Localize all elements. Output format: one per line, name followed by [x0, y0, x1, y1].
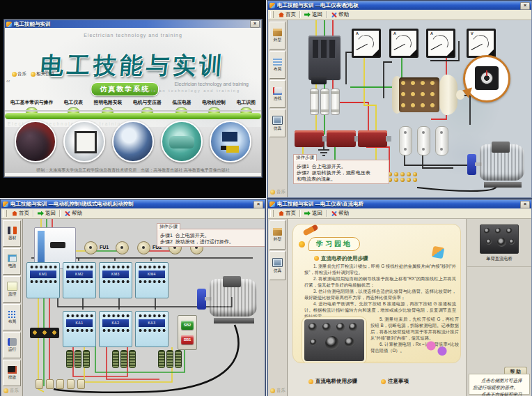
separator — [326, 11, 327, 18]
close-button[interactable]: × — [250, 20, 260, 28]
stop-button[interactable]: SB1 — [181, 335, 194, 344]
toolbar-grip[interactable] — [3, 210, 7, 217]
window-title: 电工技能与实训 —电工仪表\配电板 — [277, 2, 359, 9]
sidebar-appearance[interactable]: 外型 — [269, 22, 285, 50]
help-button[interactable]: 帮助 — [329, 10, 351, 19]
changeover-switch[interactable] — [392, 75, 459, 115]
product-image-motor — [161, 121, 203, 162]
step-2: 步骤2 按动按钮，进行运行操作。 — [160, 238, 265, 245]
fuse-holder — [435, 126, 448, 155]
pencil-icon — [302, 224, 318, 236]
fuse — [84, 241, 97, 254]
relay-ka2: KA2 — [99, 311, 132, 347]
sidebar: 外型 仿真 — [268, 219, 288, 396]
ammeter-3: A — [426, 29, 455, 58]
motor — [467, 144, 529, 188]
home-button[interactable]: 首页 — [276, 10, 298, 19]
fuse-holder — [417, 126, 430, 155]
learning-card: 学习园地 直流电桥的使用步骤 1. 测量前先打开检流计锁扣，即将 G 接线柱处的… — [292, 224, 461, 363]
steps-tab: 操作步骤 — [157, 223, 180, 230]
fault-icon — [8, 366, 17, 374]
steps-topic-button[interactable]: 直流电桥使用步骤 — [308, 378, 357, 385]
english-header: Electrician technology and training — [5, 33, 261, 38]
home-icon — [279, 211, 284, 216]
product-image-components — [210, 121, 251, 162]
music-toggle[interactable]: 音乐 — [3, 388, 19, 394]
toolbar-grip[interactable] — [270, 210, 274, 217]
sidebar-layout[interactable]: 布局 — [269, 51, 285, 79]
music-icon — [270, 190, 275, 195]
toolbar-grip[interactable] — [270, 11, 274, 18]
back-button[interactable]: 返回 — [302, 10, 324, 19]
relay-ka1: KA1 — [63, 311, 96, 347]
document-icon — [7, 282, 17, 291]
splash-body: Electrician technology and training 电工技能… — [5, 28, 261, 176]
titlebar[interactable]: 电工技能与实训 × — [5, 20, 261, 28]
sidebar-wiring[interactable]: 连线 — [269, 80, 285, 108]
orange-bullet-icon — [308, 379, 313, 384]
close-button[interactable]: × — [520, 201, 530, 208]
app-icon — [269, 3, 275, 8]
back-button[interactable]: 返回 — [302, 209, 324, 218]
sidebar-circuit[interactable]: 电路 — [3, 248, 21, 275]
arrow-bullet-icon — [299, 241, 305, 247]
help-button[interactable]: 帮助 — [329, 209, 351, 218]
english-subtitle-2: Electrician technology and training — [133, 89, 240, 93]
home-button[interactable]: 首页 — [10, 209, 31, 218]
supply-terminals — [36, 379, 85, 389]
app-icon — [269, 201, 275, 207]
bridge-photo-frame — [302, 317, 367, 363]
fuse-tube — [320, 89, 329, 115]
music-toggle[interactable]: 音乐 — [270, 388, 285, 394]
home-icon — [12, 211, 17, 216]
sidebar-layout[interactable]: 布局 — [3, 304, 21, 330]
starting-resistor — [129, 350, 136, 368]
titlebar[interactable]: 电工技能与实训 —电工仪表\直流电桥 × — [268, 200, 531, 208]
titlebar[interactable]: 电工技能与实训 —电动机控制\绕线式电动机起动控制 × — [1, 200, 265, 208]
sidebar-simulate[interactable]: 仿真 — [269, 251, 285, 280]
bridge-thumbnail-image[interactable] — [480, 224, 519, 254]
music-link[interactable]: 音乐 — [12, 71, 26, 77]
home-button[interactable]: 首页 — [276, 209, 298, 218]
current-transformer-2 — [327, 130, 356, 147]
product-image-device — [112, 121, 154, 162]
titlebar[interactable]: 电工技能与实训 —电工仪表\配电板 × — [268, 1, 531, 10]
box-icon — [273, 228, 282, 236]
sidebar-appearance[interactable]: 外型 — [269, 220, 285, 250]
english-subtitle: Electrician technology and training — [174, 82, 249, 86]
sidebar-equipment[interactable]: 器材 — [3, 220, 21, 247]
sidebar-run[interactable]: 运行 — [3, 332, 21, 358]
operation-steps: 操作步骤 步骤1 合上电源开关。 步骤2 拨动转换开关，观察电压表 和电流表的现… — [293, 160, 389, 184]
sidebar-simulate[interactable]: 仿真 — [269, 109, 285, 137]
toolbar: 首页 返回 帮助 — [1, 208, 265, 219]
music-toggle[interactable]: 音乐 — [270, 189, 285, 195]
help-button[interactable]: 帮助 — [62, 209, 84, 218]
separator — [326, 210, 327, 217]
separator — [33, 210, 34, 217]
starting-resistor — [166, 350, 173, 368]
notes-topic-button[interactable]: 注意事项 — [381, 378, 409, 385]
switch-handle[interactable] — [311, 76, 327, 84]
close-button[interactable]: × — [520, 2, 530, 10]
close-button[interactable]: × — [253, 201, 263, 208]
current-transformer-3 — [358, 130, 387, 147]
window-title: 电工技能与实训 —电工仪表\直流电桥 — [277, 201, 363, 208]
toolbar: 首页 返回 帮助 — [268, 208, 531, 219]
start-button[interactable]: SB2 — [181, 321, 194, 330]
desktop: 电工技能与实训 × Electrician technology and tra… — [0, 0, 532, 396]
device-thumbnail-item[interactable]: 单臂直流电桥 — [480, 224, 519, 262]
contactor-km2: KM2 — [63, 262, 96, 298]
sidebar-troubleshoot[interactable]: 排故 — [3, 360, 21, 386]
writing-figure-icon — [432, 246, 445, 259]
thumbnail-label: 单臂直流电桥 — [480, 256, 519, 262]
info-link[interactable]: 相关信息 — [31, 71, 54, 77]
back-button[interactable]: 返回 — [36, 209, 58, 218]
topic-buttons: 直流电桥使用步骤 注意事项 — [308, 378, 409, 385]
sim-canvas: A A A V 操作步骤 步骤1 — [288, 20, 531, 197]
step-1: 步骤1 合上电源开关。 — [160, 232, 265, 238]
run-icon — [8, 338, 17, 346]
window-splash: 电工技能与实训 × Electrician technology and tra… — [4, 20, 262, 177]
sidebar-principle[interactable]: 原理 — [3, 276, 21, 303]
ammeter-2: A — [389, 29, 418, 58]
orange-bullet-icon — [314, 256, 319, 261]
